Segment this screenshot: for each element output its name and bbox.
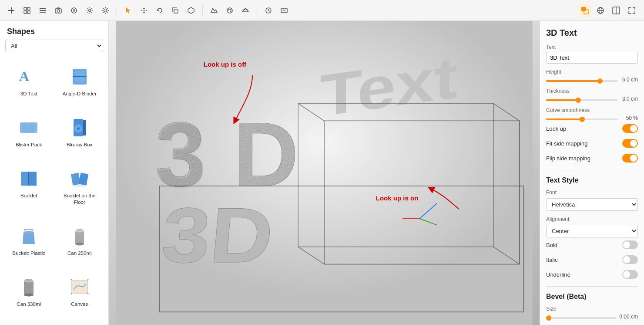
curve-smoothness-fill <box>546 118 582 120</box>
target-icon[interactable] <box>68 4 80 17</box>
shape-icon-3dtext: A <box>17 65 40 88</box>
node-icon[interactable] <box>185 4 197 17</box>
thickness-slider-fill <box>546 99 578 101</box>
fit-side-mapping-toggle[interactable] <box>622 139 638 148</box>
svg-point-11 <box>71 8 77 13</box>
svg-line-71 <box>71 279 72 280</box>
shape-item-bucket[interactable]: Bucket: Plastic <box>3 220 54 271</box>
shape-icon-canvas <box>68 276 91 298</box>
italic-knob <box>623 256 630 263</box>
flip-side-mapping-knob <box>630 155 637 162</box>
svg-line-26 <box>103 12 104 13</box>
svg-text:3: 3 <box>156 105 207 207</box>
main-layout: Shapes All Basic Advanced Text A 3D Text <box>0 21 644 325</box>
svg-rect-5 <box>27 11 30 14</box>
alignment-label: Alignment <box>546 216 638 222</box>
look-up-knob <box>630 125 637 132</box>
height-slider-thumb[interactable] <box>597 78 603 84</box>
shape-item-bluray[interactable]: Blu-ray Box <box>54 111 105 162</box>
move-icon[interactable] <box>138 4 150 17</box>
shape-item-can250[interactable]: Can 250ml <box>54 220 105 271</box>
panel-title: 3D Text <box>546 28 638 38</box>
shape-item-booklet-floor[interactable]: Booklet on the Floor <box>54 162 105 220</box>
shape-icon-angle-d <box>68 65 91 88</box>
shape-item-booklet[interactable]: Booklet <box>3 162 54 220</box>
bevel-size-thumb[interactable] <box>546 315 551 321</box>
svg-line-24 <box>107 12 108 13</box>
shape-filter[interactable]: All Basic Advanced Text <box>0 40 108 57</box>
svg-rect-35 <box>282 10 286 11</box>
grid-icon[interactable] <box>21 4 33 17</box>
add-icon[interactable] <box>5 4 17 17</box>
shape-item-blister[interactable]: Blister Pack <box>3 111 54 162</box>
position-icon[interactable] <box>208 4 220 17</box>
italic-row: Italic <box>546 252 638 267</box>
animate-icon[interactable] <box>278 4 290 17</box>
fit-side-mapping-label: Fit side mapping <box>546 140 587 147</box>
bevel-size-slider[interactable] <box>546 315 617 319</box>
text-style-section-title: Text Style <box>546 176 638 184</box>
shape-item-canvas[interactable]: Canvas <box>54 271 105 322</box>
font-label: Font <box>546 190 638 196</box>
svg-point-64 <box>77 229 83 230</box>
svg-point-18 <box>104 9 107 12</box>
svg-line-73 <box>71 293 72 294</box>
thickness-value: 3.0 cm <box>621 96 638 102</box>
cursor-icon[interactable] <box>122 4 134 17</box>
flip-side-mapping-toggle[interactable] <box>622 154 638 162</box>
divider-2 <box>546 286 638 287</box>
svg-rect-61 <box>75 231 84 244</box>
layout-icon[interactable] <box>609 3 623 17</box>
svg-rect-65 <box>24 281 34 295</box>
svg-rect-55 <box>29 172 37 186</box>
underline-row: Underline <box>546 267 638 282</box>
shape-item-3dtext[interactable]: A 3D Text <box>3 60 54 111</box>
render-icon[interactable] <box>224 4 236 17</box>
sun-icon[interactable] <box>99 4 111 17</box>
underline-label: Underline <box>546 271 570 278</box>
filter-select[interactable]: All Basic Advanced Text <box>5 40 103 52</box>
camera-icon[interactable] <box>52 4 64 17</box>
shapes-sidebar: Shapes All Basic Advanced Text A 3D Text <box>0 21 109 325</box>
alignment-select[interactable]: Left Center Right <box>546 225 638 237</box>
plane-icon[interactable] <box>239 4 252 17</box>
globe-icon[interactable] <box>594 3 607 17</box>
canvas-area[interactable]: 3 D 3 Text 3D <box>109 21 540 325</box>
shape-item-angle-d[interactable]: Angle-D Binder <box>54 60 105 111</box>
look-up-toggle[interactable] <box>622 124 638 133</box>
svg-rect-54 <box>21 172 29 186</box>
bevel-size-value: 0.00 cm <box>619 314 638 320</box>
undo-icon[interactable] <box>154 4 166 17</box>
height-slider[interactable] <box>546 78 618 82</box>
svg-point-12 <box>73 10 75 11</box>
settings-icon[interactable] <box>84 4 96 17</box>
shape-icon-booklet-floor <box>68 167 91 190</box>
curve-smoothness-thumb[interactable] <box>580 117 585 122</box>
duplicate-icon[interactable] <box>169 4 181 17</box>
text-field-label: Text <box>546 44 638 50</box>
bold-toggle[interactable] <box>622 240 638 249</box>
shape-label-angle-d: Angle-D Binder <box>63 91 97 97</box>
font-select[interactable]: Helvetica Arial Times New Roman Courier <box>546 198 638 211</box>
svg-point-63 <box>75 242 84 245</box>
clock-icon[interactable] <box>262 4 275 17</box>
italic-toggle[interactable] <box>622 255 638 264</box>
menu-icon[interactable] <box>37 4 49 17</box>
shape-item-can330[interactable]: Can 330ml <box>3 271 54 322</box>
svg-line-74 <box>87 293 88 294</box>
svg-point-17 <box>89 9 91 11</box>
shape-icon-blister <box>17 116 40 139</box>
shape-icon-can250 <box>68 225 91 247</box>
underline-toggle[interactable] <box>622 270 638 279</box>
thickness-slider-thumb[interactable] <box>576 98 581 103</box>
thickness-slider[interactable] <box>546 97 618 101</box>
italic-label: Italic <box>546 257 558 263</box>
thickness-label: Thickness <box>546 88 638 94</box>
3d-view-icon[interactable] <box>578 3 592 17</box>
bevel-size-label: Size <box>546 306 638 312</box>
svg-rect-3 <box>27 7 30 10</box>
text-input[interactable] <box>546 52 638 64</box>
curve-smoothness-slider[interactable] <box>546 116 618 120</box>
fullscreen-icon[interactable] <box>625 3 639 17</box>
svg-rect-31 <box>242 10 248 10</box>
